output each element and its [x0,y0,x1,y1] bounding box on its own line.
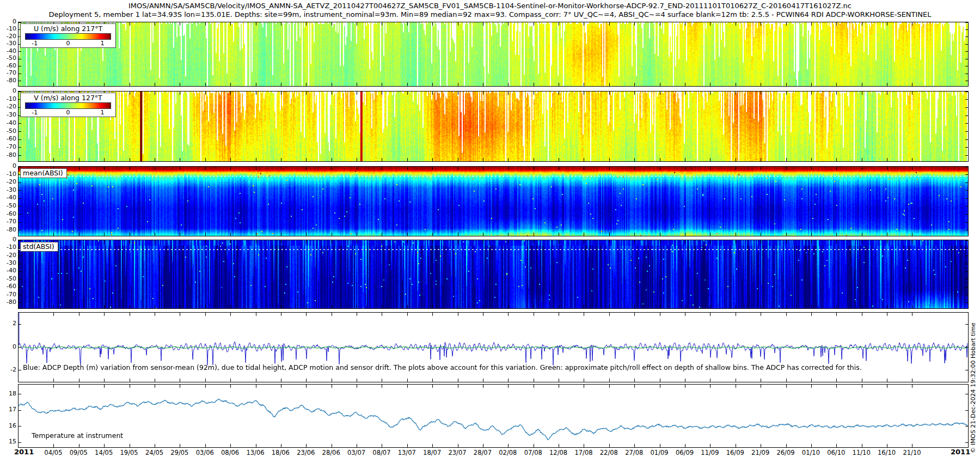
x-tick-date-label: 08/07 [369,449,394,456]
y-tick-label: -10 [0,26,16,32]
y-tick-label: -80 [0,77,16,84]
mean-absi-label: mean(ABSI) [20,168,67,178]
y-tick-label: 18 [0,391,16,397]
y-tick-label: -60 [0,136,16,142]
colorbar-tick-neg1: -1 [32,40,38,47]
y-tick-label: -60 [0,211,16,217]
y-tick-label: -70 [0,70,16,76]
x-tick-date-label: 26/09 [773,449,798,456]
y-tick-label: -20 [0,179,16,185]
v-velocity-colorbar [25,102,111,109]
y-tick-label: -40 [0,194,16,201]
y-tick-label: -70 [0,218,16,225]
y-tick-label: -80 [0,152,16,159]
y-tick-label: 0 [0,236,16,243]
std-absi-heatmap [19,240,968,308]
y-tick-label: -80 [0,227,16,233]
x-tick-date-label: 11/10 [849,449,874,456]
x-tick-date-label: 23/07 [445,449,470,456]
y-tick-label: -50 [0,276,16,282]
y-tick-label: -50 [0,128,16,135]
u-velocity-colorbar [25,33,111,40]
x-tick-date-label: 07/08 [520,449,546,456]
y-tick-label: -40 [0,267,16,274]
x-tick-date-label: 06/09 [672,449,697,456]
v-velocity-legend-label: V (m/s) along 127°T [22,94,114,102]
u-velocity-legend: U (m/s) along 217°T -1 0 1 [20,23,116,48]
u-velocity-colorbar-ticks: -1 0 1 [22,40,114,46]
adcp-figure: IMOS/ANMN/SA/SAM5CB/Velocity/IMOS_ANMN-S… [0,0,980,463]
x-tick-date-label: 21/09 [748,449,773,456]
figure-title-filename: IMOS/ANMN/SA/SAM5CB/Velocity/IMOS_ANMN-S… [0,2,980,10]
x-tick-date-label: 03/06 [192,449,217,456]
y-tick-label: -20 [0,252,16,259]
y-tick-label: -20 [0,103,16,110]
u-velocity-legend-label: U (m/s) along 217°T [22,25,114,33]
x-axis-year-right: 2011 [951,448,970,456]
y-tick-label: -30 [0,260,16,266]
x-tick-date-label: 16/10 [874,449,899,456]
x-tick-date-label: 12/08 [546,449,571,456]
x-tick-date-label: 19/05 [117,449,142,456]
y-tick-label: 0 [0,88,16,94]
y-tick-label: -10 [0,171,16,178]
x-tick-date-label: 17/08 [571,449,596,456]
colorbar-tick-1: 1 [100,40,104,47]
colorbar-tick-0: 0 [66,109,70,116]
x-tick-date-label: 03/07 [344,449,369,456]
v-velocity-colorbar-ticks: -1 0 1 [22,109,114,115]
y-tick-label: -30 [0,40,16,47]
x-tick-date-label: 01/10 [798,449,823,456]
y-tick-label: 0 [0,163,16,169]
y-tick-label: -60 [0,283,16,290]
x-tick-date-label: 18/06 [268,449,293,456]
y-tick-label: -40 [0,120,16,126]
x-tick-date-label: 14/05 [91,449,117,456]
panel-temperature: Temperature at instrument [18,384,969,448]
x-tick-date-label: 29/05 [167,449,192,456]
mean-absi-heatmap [19,167,968,236]
x-tick-date-label: 28/07 [470,449,495,456]
y-tick-label: -30 [0,187,16,193]
y-tick-label: 16 [0,423,16,429]
figure-subtitle-deployment-info: Deployment 5, member 1 lat=34.93S lon=13… [0,10,980,19]
x-tick-date-label: 06/10 [824,449,849,456]
x-tick-date-label: 28/06 [318,449,344,456]
x-tick-date-label: 22/08 [596,449,621,456]
panel-u-velocity: U (m/s) along 217°T -1 0 1 [18,22,969,87]
x-tick-date-label: 01/09 [647,449,672,456]
x-tick-date-label: 02/08 [495,449,520,456]
panel-mean-absi: mean(ABSI) [18,166,969,236]
x-axis-year-left: 2011 [14,448,34,456]
x-tick-date-label: 13/07 [394,449,419,456]
colorbar-tick-0: 0 [66,40,70,47]
y-tick-label: 0 [0,19,16,25]
colorbar-tick-1: 1 [100,109,104,116]
y-tick-label: 15 [0,438,16,445]
y-tick-label: -40 [0,48,16,54]
x-tick-date-label: 04/05 [41,449,66,456]
y-tick-label: 2 [0,320,16,327]
x-tick-date-label: 18/07 [420,449,445,456]
y-tick-label: -50 [0,55,16,62]
v-velocity-legend: V (m/s) along 127°T -1 0 1 [20,93,116,117]
x-tick-date-label: 16/09 [722,449,748,456]
y-tick-label: -50 [0,203,16,209]
panel-depth-variation: Blue: ADCP Depth (m) variation from sens… [18,312,969,382]
x-tick-date-label: 08/06 [218,449,243,456]
y-tick-label: 0 [0,344,16,350]
y-tick-label: -20 [0,33,16,40]
x-tick-date-label: 09/05 [66,449,91,456]
x-tick-date-label: 13/06 [243,449,268,456]
depth-variation-note: Blue: ADCP Depth (m) variation from sens… [23,363,862,371]
u-velocity-heatmap [19,22,968,86]
imos-credit-text: © IMOS 21-Dec-2024 19:32:00 Hobart time [970,208,977,453]
x-tick-date-label: 24/05 [142,449,167,456]
x-tick-date-label: 23/06 [293,449,318,456]
panel-v-velocity: V (m/s) along 127°T -1 0 1 [18,91,969,162]
y-tick-label: 17 [0,406,16,413]
v-velocity-heatmap [19,92,968,161]
y-tick-label: -70 [0,291,16,298]
y-tick-label: -10 [0,96,16,102]
y-tick-label: -60 [0,63,16,69]
